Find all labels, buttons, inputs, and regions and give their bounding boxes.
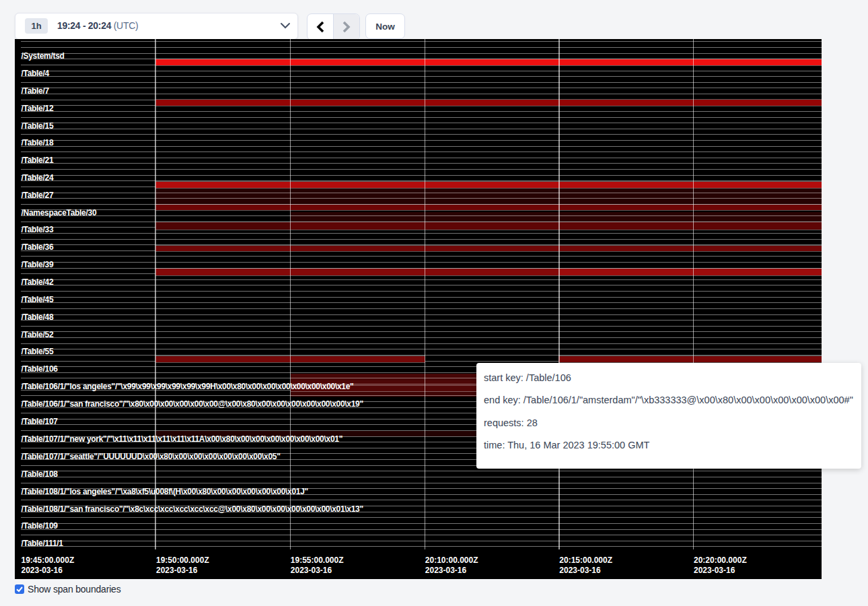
svg-text:/Table/106/1/"los angeles"/"\x: /Table/106/1/"los angeles"/"\x99\x99\x99… [22, 382, 354, 391]
svg-text:/Table/106/1/"san francisco"/": /Table/106/1/"san francisco"/"\x80\x00\x… [22, 399, 363, 409]
svg-text:20:20:00.000Z: 20:20:00.000Z [694, 556, 747, 565]
svg-text:/Table/107/1/"new york"/"\x11\: /Table/107/1/"new york"/"\x11\x11\x11\x1… [22, 434, 343, 444]
svg-text:2023-03-16: 2023-03-16 [22, 566, 63, 575]
svg-text:/Table/106: /Table/106 [22, 364, 59, 374]
svg-text:/Table/42: /Table/42 [22, 277, 54, 287]
svg-text:/Table/108/1/"san francisco"/": /Table/108/1/"san francisco"/"\x8c\xcc\x… [22, 504, 363, 514]
svg-text:/Table/27: /Table/27 [22, 191, 54, 200]
svg-text:/Table/111/1: /Table/111/1 [22, 539, 64, 548]
svg-text:/NamespaceTable/30: /NamespaceTable/30 [22, 208, 97, 217]
svg-text:19:45:00.000Z: 19:45:00.000Z [22, 556, 75, 565]
svg-text:/Table/33: /Table/33 [22, 225, 54, 234]
svg-text:19:50:00.000Z: 19:50:00.000Z [156, 556, 209, 565]
svg-text:/Table/24: /Table/24 [22, 173, 54, 182]
svg-text:/Table/4: /Table/4 [22, 69, 50, 78]
svg-text:/Table/15: /Table/15 [22, 121, 54, 131]
svg-text:/Table/52: /Table/52 [22, 330, 54, 339]
svg-text:2023-03-16: 2023-03-16 [694, 566, 735, 575]
svg-text:/Table/21: /Table/21 [22, 156, 54, 165]
svg-text:2023-03-16: 2023-03-16 [291, 566, 332, 575]
svg-text:2023-03-16: 2023-03-16 [559, 566, 601, 575]
svg-text:/Table/12: /Table/12 [22, 104, 54, 113]
svg-text:20:10:00.000Z: 20:10:00.000Z [425, 556, 478, 565]
svg-text:/Table/18: /Table/18 [22, 138, 54, 147]
svg-text:/Table/108/1/"los angeles"/"\x: /Table/108/1/"los angeles"/"\xa8\xf5\u00… [22, 487, 308, 496]
svg-text:/System/tsd: /System/tsd [22, 51, 65, 61]
svg-text:/Table/55: /Table/55 [22, 347, 54, 356]
svg-text:2023-03-16: 2023-03-16 [425, 566, 467, 575]
svg-text:/Table/48: /Table/48 [22, 312, 54, 322]
svg-text:19:55:00.000Z: 19:55:00.000Z [291, 556, 344, 565]
svg-text:/Table/7: /Table/7 [22, 86, 50, 96]
svg-text:/Table/109: /Table/109 [22, 521, 59, 531]
svg-text:/Table/107/1/"seattle"/"UUUUUU: /Table/107/1/"seattle"/"UUUUUUD\x00\x80\… [22, 452, 281, 461]
svg-text:20:15:00.000Z: 20:15:00.000Z [559, 556, 612, 565]
svg-text:/Table/39: /Table/39 [22, 260, 54, 269]
svg-text:2023-03-16: 2023-03-16 [156, 566, 198, 575]
svg-text:/Table/45: /Table/45 [22, 295, 54, 304]
svg-text:/Table/36: /Table/36 [22, 242, 54, 252]
svg-text:/Table/108: /Table/108 [22, 469, 59, 479]
svg-text:/Table/107: /Table/107 [22, 417, 59, 426]
